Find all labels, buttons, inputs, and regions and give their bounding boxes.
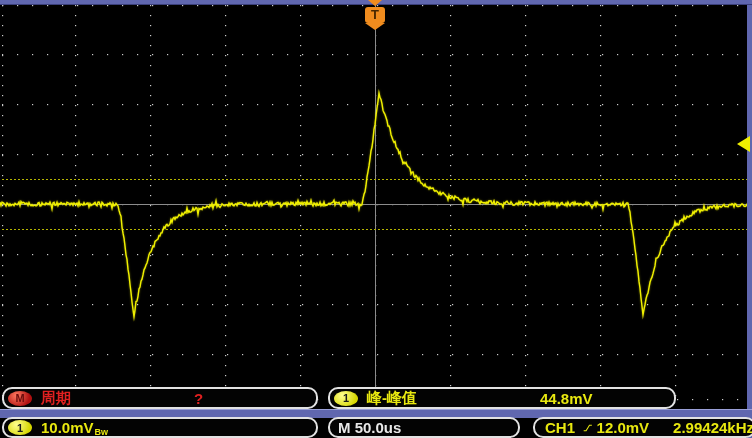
math-channel-badge: M xyxy=(8,391,32,406)
trigger-position-marker[interactable]: T xyxy=(364,0,386,32)
bandwidth-limit-indicator: Bw xyxy=(95,427,109,437)
trigger-info-box: CH1 12.0mV 2.99424kHz xyxy=(533,417,752,438)
trigger-source: CH1 xyxy=(545,419,575,436)
measurement-box-peak-to-peak: 1 峰-峰值 44.8mV xyxy=(328,387,676,409)
channel1-badge: 1 xyxy=(334,391,358,406)
right-edge-bar xyxy=(747,0,752,438)
rising-edge-icon xyxy=(583,421,593,435)
timebase-box: M 50.0us xyxy=(328,417,520,438)
vertical-scale-text: 10.0mV xyxy=(41,419,94,436)
trigger-position-point-icon xyxy=(365,23,385,30)
channel-scale-box: 1 10.0mVBw xyxy=(2,417,318,438)
trigger-frequency-counter: 2.99424kHz xyxy=(673,419,752,436)
channel1-badge: 1 xyxy=(8,420,32,435)
measurement-value-period: ? xyxy=(194,390,203,407)
trigger-position-arrow-icon xyxy=(368,0,382,6)
waveform-display xyxy=(0,0,752,438)
measurement-box-period: M 周期 ? xyxy=(2,387,318,409)
measurement-label-peak-to-peak: 峰-峰值 xyxy=(367,389,417,408)
oscilloscope-screen: T M 周期 ? 1 峰-峰值 44.8mV 1 10.0mVBw M 50.0… xyxy=(0,0,752,438)
measurement-value-peak-to-peak: 44.8mV xyxy=(540,390,593,407)
vertical-scale-value: 10.0mVBw xyxy=(41,419,108,437)
trigger-level-value: 12.0mV xyxy=(597,419,650,436)
trigger-t-icon: T xyxy=(365,7,385,23)
timebase-value: M 50.0us xyxy=(338,419,401,436)
measurement-label-period: 周期 xyxy=(41,389,71,408)
trigger-level-arrow-icon[interactable] xyxy=(737,136,750,152)
